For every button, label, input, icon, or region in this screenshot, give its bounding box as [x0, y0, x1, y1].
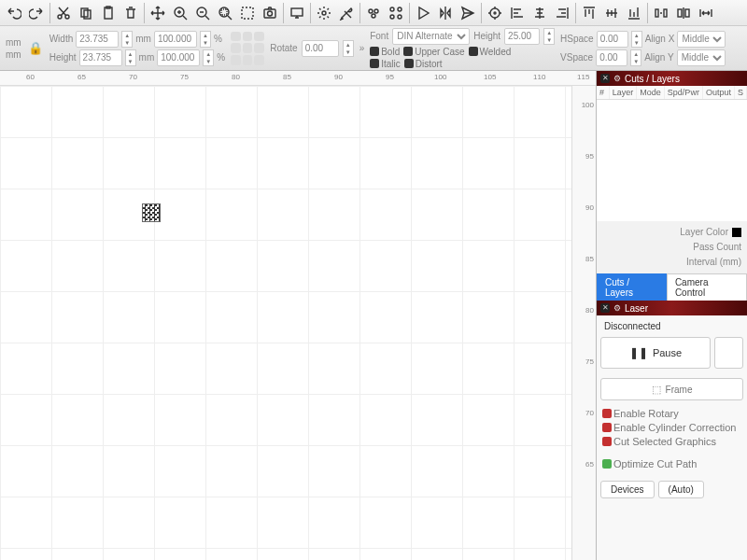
svg-point-23: [494, 12, 496, 14]
grid: [0, 86, 571, 560]
anchor-pad[interactable]: [231, 32, 264, 65]
welded-toggle[interactable]: Welded: [469, 47, 512, 57]
height-label: Height: [49, 52, 77, 63]
distort-toggle[interactable]: Distort: [404, 59, 443, 69]
svg-point-17: [372, 14, 375, 18]
align-vcenter-button[interactable]: [601, 3, 622, 23]
layer-properties: Layer Color Pass Count Interval (mm): [597, 221, 747, 273]
devices-button[interactable]: Devices: [600, 481, 655, 498]
space-button[interactable]: [696, 3, 716, 23]
svg-point-1: [65, 15, 69, 19]
scale-h-spinner[interactable]: ▲▼: [203, 49, 214, 66]
gear-icon[interactable]: ⚙: [613, 303, 621, 313]
svg-rect-26: [678, 9, 682, 17]
align-top-button[interactable]: [579, 3, 599, 23]
hspace-input[interactable]: [597, 31, 628, 48]
frame-icon: ⬚: [652, 384, 661, 396]
close-laser-panel-button[interactable]: ✕: [600, 303, 610, 313]
aligny-select[interactable]: Middle: [677, 49, 726, 66]
marquee-button[interactable]: [237, 3, 258, 23]
alignx-select[interactable]: Middle: [677, 31, 726, 48]
cuts-layers-header: ✕ ⚙ Cuts / Layers: [597, 71, 747, 86]
tools-button[interactable]: [336, 3, 357, 23]
zoom-fit-button[interactable]: [215, 3, 235, 23]
tab-camera-control[interactable]: Camera Control: [667, 273, 747, 301]
group-button[interactable]: [363, 3, 384, 23]
monitor-button[interactable]: [287, 3, 307, 23]
start-button[interactable]: [714, 337, 743, 369]
scale-w-input[interactable]: [154, 31, 197, 48]
upper-toggle[interactable]: Upper Case: [403, 47, 464, 57]
vspace-input[interactable]: [596, 49, 627, 66]
settings-button[interactable]: [314, 3, 334, 23]
redo-button[interactable]: [26, 3, 47, 23]
svg-rect-4: [105, 7, 112, 19]
enable-cylinder-toggle[interactable]: Enable Cylinder Correction: [602, 422, 741, 433]
pan-button[interactable]: [148, 3, 168, 23]
frame-button[interactable]: ⬚Frame: [600, 378, 743, 400]
pause-icon: ❚❚: [629, 346, 648, 359]
lock-aspect-button[interactable]: 🔒: [27, 36, 44, 61]
gear-icon[interactable]: ⚙: [613, 74, 621, 83]
width-label: Width: [49, 34, 74, 44]
svg-point-21: [398, 15, 402, 19]
distribute-v-button[interactable]: [673, 3, 694, 23]
undo-button[interactable]: [4, 3, 24, 23]
align-hcenter-button[interactable]: [529, 3, 550, 23]
svg-rect-25: [664, 9, 667, 17]
tab-cuts-layers[interactable]: Cuts / Layers: [597, 273, 667, 301]
font-height-input[interactable]: [504, 28, 540, 45]
distribute-h-button[interactable]: [651, 3, 671, 23]
svg-rect-13: [291, 8, 303, 16]
ungroup-button[interactable]: [386, 3, 406, 23]
svg-rect-27: [685, 9, 689, 17]
scale-w-spinner[interactable]: ▲▼: [200, 31, 211, 48]
laser-status: Disconnected: [600, 319, 743, 333]
play-button[interactable]: [413, 3, 433, 23]
font-select[interactable]: DIN Alternate: [392, 28, 470, 45]
zoom-in-button[interactable]: [170, 3, 190, 23]
qr-object[interactable]: [142, 203, 161, 222]
zoom-out-button[interactable]: [192, 3, 213, 23]
delete-button[interactable]: [120, 3, 141, 23]
ruler-horizontal: 60 65 70 75 80 85 90 95 100 105 110 115: [0, 71, 596, 86]
height-spinner[interactable]: ▲▼: [125, 49, 136, 66]
layer-color-swatch[interactable]: [732, 228, 741, 237]
cut-selected-toggle[interactable]: Cut Selected Graphics: [602, 436, 741, 447]
flip-h-button[interactable]: [435, 3, 456, 23]
bold-toggle[interactable]: Bold: [370, 47, 400, 57]
scale-h-input[interactable]: [157, 49, 200, 66]
align-left-button[interactable]: [507, 3, 528, 23]
width-spinner[interactable]: ▲▼: [121, 31, 133, 48]
device-select[interactable]: (Auto): [658, 481, 704, 498]
svg-rect-10: [242, 7, 253, 19]
layers-table-header: # Layer Mode Spd/Pwr Output S: [597, 86, 747, 100]
rotate-spinner[interactable]: ▲▼: [343, 40, 354, 57]
enable-rotary-toggle[interactable]: Enable Rotary: [602, 408, 741, 419]
paste-button[interactable]: [98, 3, 119, 23]
send-button[interactable]: [458, 3, 478, 23]
optimize-path-toggle[interactable]: Optimize Cut Path: [602, 458, 741, 469]
side-panel: ✕ ⚙ Cuts / Layers # Layer Mode Spd/Pwr O…: [596, 71, 747, 560]
height-input[interactable]: [79, 49, 122, 66]
rotate-input[interactable]: [302, 40, 339, 57]
svg-point-15: [369, 9, 373, 13]
close-cuts-panel-button[interactable]: ✕: [600, 74, 610, 83]
svg-rect-24: [655, 9, 658, 17]
copy-button[interactable]: [76, 3, 96, 23]
svg-point-18: [390, 7, 394, 11]
pause-button[interactable]: ❚❚Pause: [600, 337, 711, 369]
laser-header: ✕ ⚙ Laser: [597, 301, 747, 315]
italic-toggle[interactable]: Italic: [370, 59, 401, 69]
canvas[interactable]: 60 65 70 75 80 85 90 95 100 105 110 115 …: [0, 71, 596, 560]
width-input[interactable]: [76, 31, 119, 48]
expand-props-button[interactable]: »: [359, 43, 365, 53]
align-center-button[interactable]: [485, 3, 505, 23]
align-right-button[interactable]: [552, 3, 572, 23]
panel-tabs: Cuts / Layers Camera Control: [597, 273, 747, 301]
svg-point-12: [268, 11, 273, 16]
align-bottom-button[interactable]: [624, 3, 644, 23]
camera-capture-button[interactable]: [260, 3, 280, 23]
cut-button[interactable]: [53, 3, 74, 23]
svg-point-14: [322, 11, 326, 15]
